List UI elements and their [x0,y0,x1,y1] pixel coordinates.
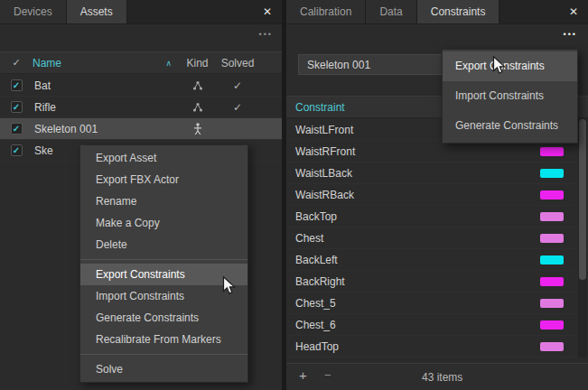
tab-calibration[interactable]: Calibration [286,0,366,23]
constraint-color-swatch[interactable] [540,342,564,351]
constraint-row[interactable]: Chest_6 [286,314,588,336]
menu-separator [80,354,247,355]
constraint-color-swatch[interactable] [540,320,564,330]
constraint-color-swatch[interactable] [540,169,564,178]
constraint-row[interactable]: Chest_5 [286,292,588,314]
asset-selector-value: Skeleton 001 [307,59,370,71]
constraints-menu-item[interactable]: Export Constraints [443,51,577,81]
check-icon: ✓ [13,146,20,155]
scrollbar[interactable] [578,119,587,358]
context-menu-item[interactable]: Solve [80,358,247,380]
constraint-name: Chest_5 [295,297,336,310]
constraints-menu-item[interactable]: Generate Constraints [443,111,577,141]
constraint-name: Chest_6 [295,319,336,331]
constraint-color-swatch[interactable] [540,299,564,308]
constraint-row[interactable]: WaistRBack [286,184,588,206]
constraint-color-swatch[interactable] [540,234,564,243]
tab-assets[interactable]: Assets [67,0,127,23]
constraint-name: BackTop [295,210,337,223]
application-window: Devices Assets ✕ ••• ✓ Name ∧ Kind Solve… [0,0,588,390]
asset-row[interactable]: ✓Skeleton 001 [0,118,282,140]
remove-constraint-button[interactable]: − [324,368,331,382]
rigid-body-icon [177,80,218,91]
context-menu-item[interactable]: Make a Copy [80,212,247,234]
column-header-solved[interactable]: Solved [218,57,257,70]
add-constraint-button[interactable]: + [299,367,307,383]
asset-checkbox[interactable]: ✓ [11,144,23,156]
skeleton-icon [177,123,218,135]
constraints-menu: Export ConstraintsImport ConstraintsGene… [442,49,578,144]
close-right-panel-icon[interactable]: ✕ [565,0,582,24]
constraints-menu-item[interactable]: Import Constraints [443,81,577,111]
constraint-row[interactable]: WaistRFront [286,141,588,162]
context-menu-item[interactable]: Export Constraints [80,264,247,285]
close-left-panel-icon[interactable]: ✕ [259,0,275,24]
constraint-row[interactable]: Chest [286,228,588,249]
menu-separator [80,259,247,260]
name-header-label: Name [33,57,61,70]
constraint-color-swatch[interactable] [540,255,564,265]
sort-ascending-icon: ∧ [165,59,172,68]
constraint-name: WaistRBack [295,189,354,201]
assets-table-header: ✓ Name ∧ Kind Solved [0,51,282,74]
context-menu-item[interactable]: Export Asset [80,147,247,169]
constraint-color-swatch[interactable] [540,277,564,286]
constraint-name: WaistLBack [295,167,352,180]
constraint-row[interactable]: WaistLBack [286,162,588,184]
constraint-color-swatch[interactable] [540,212,564,221]
context-menu-item[interactable]: Import Constraints [80,285,247,307]
asset-name: Skeleton 001 [33,123,177,135]
constraint-name: WaistLFront [295,124,353,136]
constraint-name: WaistRFront [295,145,355,158]
right-panel-menu-button[interactable]: ••• [564,30,577,39]
check-icon: ✓ [13,125,20,134]
item-count: 43 items [422,371,462,384]
constraint-row[interactable]: HeadTop [286,336,588,358]
constraint-name: HeadTop [295,340,339,353]
asset-checkbox[interactable]: ✓ [11,79,23,91]
constraint-name: BackRight [295,275,345,288]
context-menu-item[interactable]: Export FBX Actor [80,169,247,190]
select-all-check-icon[interactable]: ✓ [0,57,33,69]
asset-name: Bat [33,79,177,92]
rigid-body-icon [177,102,218,113]
asset-checkbox[interactable]: ✓ [11,123,23,135]
left-panel-menu-button[interactable]: ••• [259,30,273,39]
check-icon: ✓ [13,81,20,90]
column-header-kind[interactable]: Kind [177,57,218,70]
constraint-name: Chest [295,232,323,245]
constraint-name: BackLeft [295,254,338,266]
context-menu-item[interactable]: Generate Constraints [80,307,247,329]
tab-data[interactable]: Data [366,0,416,23]
check-icon: ✓ [13,103,20,112]
tab-constraints[interactable]: Constraints [417,0,500,23]
constraint-color-swatch[interactable] [540,190,564,200]
constraint-color-swatch[interactable] [540,147,564,156]
constraint-row[interactable]: BackRight [286,271,588,292]
context-menu-item[interactable]: Recalibrate From Markers [80,329,247,350]
solved-check-icon: ✓ [218,101,257,114]
asset-selector-dropdown[interactable]: Skeleton 001 [298,54,443,75]
context-menu-item[interactable]: Delete [80,234,247,255]
context-menu-item[interactable]: Rename [80,190,247,212]
constraint-row[interactable]: BackTop [286,206,588,228]
asset-row[interactable]: ✓Bat✓ [0,75,282,97]
constraint-row[interactable]: BackLeft [286,249,588,271]
right-tabbar: Calibration Data Constraints [286,0,588,24]
constraints-footer: + − 43 items [286,363,588,390]
tab-devices[interactable]: Devices [0,0,67,23]
asset-name: Rifle [33,101,177,114]
constraints-list: WaistLFrontWaistRFrontWaistLBackWaistRBa… [286,119,588,358]
asset-row[interactable]: ✓Rifle✓ [0,97,282,118]
constraint-column-label: Constraint [295,101,345,114]
solved-check-icon: ✓ [218,79,257,92]
left-tabbar: Devices Assets [0,0,282,24]
scrollbar-thumb[interactable] [579,119,586,280]
column-header-name[interactable]: Name ∧ [33,57,177,70]
asset-checkbox[interactable]: ✓ [11,101,23,113]
asset-context-menu: Export AssetExport FBX ActorRenameMake a… [79,144,248,383]
